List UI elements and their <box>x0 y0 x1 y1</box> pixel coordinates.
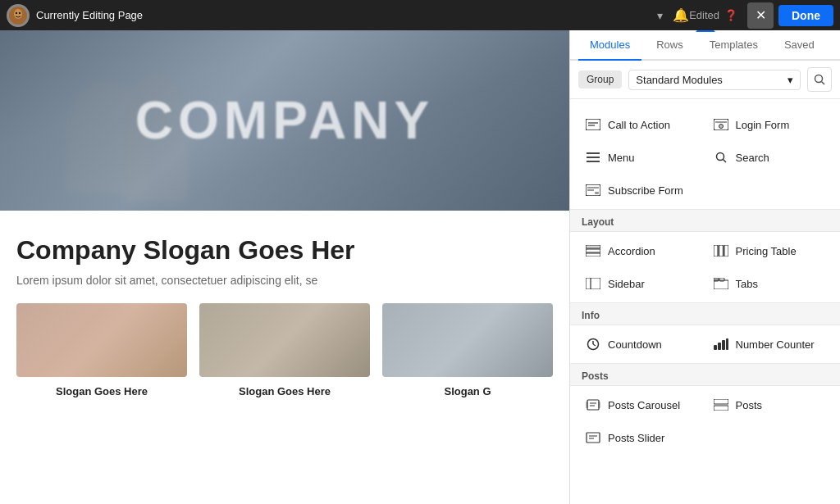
svg-point-15 <box>716 153 724 161</box>
svg-rect-20 <box>595 192 599 194</box>
module-subscribe-form[interactable]: Subscribe Form <box>578 175 705 206</box>
accordion-icon <box>585 243 601 259</box>
module-countdown[interactable]: Countdown <box>578 329 705 360</box>
svg-point-11 <box>719 125 723 129</box>
card-label-1: Slogan Goes Here <box>16 385 187 397</box>
module-number-counter[interactable]: Number Counter <box>706 329 833 360</box>
svg-rect-30 <box>714 278 719 281</box>
module-pricing-label: Pricing Table <box>736 245 797 257</box>
hero-section: COMPANY <box>0 30 569 211</box>
svg-rect-38 <box>726 338 728 350</box>
right-panel: Modules Rows Templates Saved Group Stand… <box>569 30 840 504</box>
posts-carousel-icon <box>585 397 601 413</box>
canvas-card-1: Slogan Goes Here <box>16 303 187 397</box>
card-image-2 <box>199 303 370 377</box>
module-tabs[interactable]: Tabs <box>706 268 833 299</box>
module-call-to-action[interactable]: Call to Action <box>578 109 705 140</box>
group-select[interactable]: Standard Modules ▾ <box>628 70 801 90</box>
edited-label: Edited <box>689 9 719 21</box>
subscribe-icon <box>585 182 601 198</box>
svg-rect-40 <box>586 402 588 408</box>
card-image-3 <box>382 303 553 377</box>
cta-icon <box>585 116 601 133</box>
svg-rect-23 <box>586 253 600 257</box>
module-cta-label: Call to Action <box>608 119 670 131</box>
group-badge[interactable]: Group <box>578 70 622 89</box>
module-pricing-table[interactable]: Pricing Table <box>706 235 833 266</box>
module-menu[interactable]: Menu <box>578 142 705 173</box>
tab-rows[interactable]: Rows <box>645 30 695 61</box>
sidebar-icon <box>585 275 601 292</box>
tab-saved[interactable]: Saved <box>773 30 826 61</box>
canvas-card-2: Slogan Goes Here <box>199 303 370 397</box>
posts-icon <box>713 397 729 413</box>
svg-point-2 <box>16 11 17 13</box>
svg-point-4 <box>815 75 823 83</box>
countdown-icon <box>585 336 601 352</box>
layout-section-header: Layout <box>570 209 840 232</box>
module-login-form[interactable]: Login Form <box>706 109 833 140</box>
tab-templates[interactable]: Templates <box>698 30 769 61</box>
posts-slider-icon <box>585 429 601 446</box>
svg-rect-25 <box>719 245 723 257</box>
help-icon[interactable]: ❓ <box>724 9 737 21</box>
module-sidebar-label: Sidebar <box>608 278 645 290</box>
module-posts[interactable]: Posts <box>706 389 833 420</box>
canvas-card-3: Slogan G <box>382 303 553 397</box>
module-empty-2 <box>706 422 833 453</box>
svg-line-16 <box>723 160 726 163</box>
posts-section-header: Posts <box>570 363 840 386</box>
module-posts-label: Posts <box>736 399 763 411</box>
canvas-subtext: Lorem ipsum dolor sit amet, consectetuer… <box>16 274 553 287</box>
standard-modules-grid: Call to Action Login Form Menu <box>570 106 840 209</box>
module-posts-carousel[interactable]: Posts Carousel <box>578 389 705 420</box>
svg-rect-45 <box>714 406 728 411</box>
page-title: Currently Editing Page <box>36 9 657 21</box>
module-posts-slider[interactable]: Posts Slider <box>578 422 705 453</box>
module-accordion-label: Accordion <box>608 245 655 257</box>
svg-rect-39 <box>587 400 599 410</box>
module-accordion[interactable]: Accordion <box>578 235 705 266</box>
svg-rect-41 <box>598 402 600 408</box>
svg-rect-36 <box>718 343 721 350</box>
module-search[interactable]: Search <box>706 142 833 173</box>
svg-point-3 <box>19 11 21 13</box>
pricing-icon <box>713 243 729 259</box>
module-countdown-label: Countdown <box>608 338 662 351</box>
close-button[interactable]: ✕ <box>747 2 774 29</box>
login-icon <box>713 116 729 133</box>
chevron-down-icon[interactable]: ▾ <box>657 9 663 22</box>
canvas-content: Company Slogan Goes Her Lorem ipsum dolo… <box>0 211 569 422</box>
tabs-icon <box>713 275 729 292</box>
counter-icon <box>713 336 729 352</box>
module-login-label: Login Form <box>736 119 790 131</box>
layout-modules-grid: Accordion Pricing Table Sidebar Tabs <box>570 232 840 302</box>
search-icon <box>813 73 826 86</box>
module-tabs-label: Tabs <box>736 278 758 290</box>
done-button[interactable]: Done <box>778 5 833 26</box>
module-sidebar[interactable]: Sidebar <box>578 268 705 299</box>
notification-bell-icon[interactable]: 🔔 <box>673 7 689 23</box>
svg-rect-37 <box>722 340 725 350</box>
module-subscribe-label: Subscribe Form <box>608 184 683 197</box>
svg-rect-35 <box>714 345 717 350</box>
chevron-down-icon: ▾ <box>788 74 793 86</box>
hero-text: COMPANY <box>135 90 434 151</box>
canvas-heading: Company Slogan Goes Her <box>16 235 553 266</box>
svg-rect-26 <box>724 245 728 257</box>
card-label-3: Slogan G <box>382 385 553 397</box>
posts-modules-grid: Posts Carousel Posts Posts Slider <box>570 386 840 456</box>
search-button[interactable] <box>807 67 832 92</box>
info-section-header: Info <box>570 302 840 325</box>
svg-line-5 <box>822 82 825 85</box>
svg-rect-44 <box>714 399 728 404</box>
svg-rect-29 <box>714 280 728 289</box>
module-counter-label: Number Counter <box>736 338 815 351</box>
module-posts-carousel-label: Posts Carousel <box>608 399 680 411</box>
tab-modules[interactable]: Modules <box>578 30 641 61</box>
module-posts-slider-label: Posts Slider <box>608 432 664 444</box>
svg-rect-21 <box>586 245 600 248</box>
panel-tabs: Modules Rows Templates Saved <box>570 30 840 61</box>
module-empty-1 <box>706 175 833 206</box>
svg-rect-27 <box>586 278 600 289</box>
